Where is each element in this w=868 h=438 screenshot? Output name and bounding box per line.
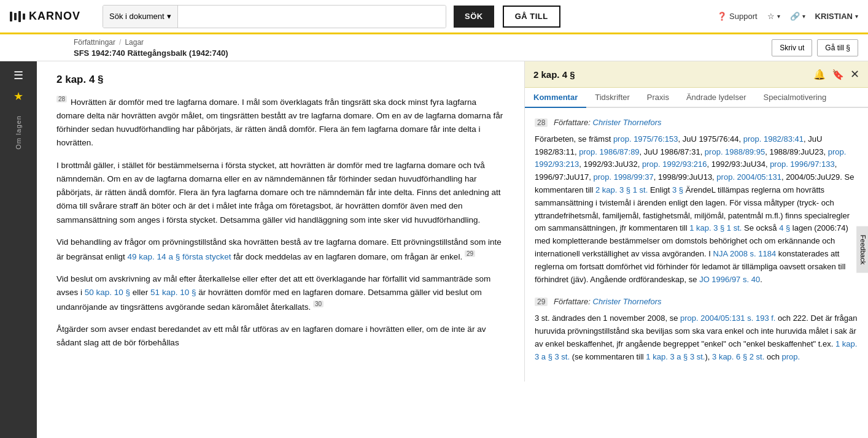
menu-icon[interactable]: ☰ (14, 69, 23, 82)
prop-1992b-link[interactable]: prop. 1992/93:216 (642, 159, 707, 169)
prop-ref-end[interactable]: prop. (782, 352, 800, 361)
para-label: 4 § (89, 74, 104, 85)
paragraph-3: Vid behandling av frågor om prövningstil… (56, 236, 505, 264)
nja-2008-link[interactable]: NJA 2008 s. 1184 (713, 249, 777, 258)
nav-right: ❓ Support ☆ ▾ 🔗 ▾ KRISTIAN ▾ (717, 12, 858, 21)
chevron-link-icon: ▾ (802, 13, 805, 20)
comment-29-text: 3 st. ändrades den 1 november 2008, se p… (535, 312, 858, 363)
ref-2kap3-link[interactable]: 2 kap. 3 § 1 st. (595, 185, 648, 194)
ref-4para-link[interactable]: 4 § (779, 223, 790, 232)
chevron-down-icon: ▾ (167, 12, 171, 21)
logo-bar-2 (14, 13, 17, 20)
sub-header-actions: Skriv ut Gå till § (772, 39, 858, 56)
jo-1996-link[interactable]: JO 1996/97 s. 40 (699, 275, 760, 284)
right-panel-title: 2 kap. 4 § (533, 69, 813, 80)
sok-button[interactable]: SÖK (454, 6, 494, 28)
sub-header: Författningar / Lagar SFS 1942:740 Rätte… (0, 34, 868, 61)
panel-tabs: Kommentar Tidskrifter Praxis Ändrade lyd… (525, 88, 868, 108)
ga-till-s-button[interactable]: Gå till § (817, 39, 858, 56)
breadcrumb-forfattningar[interactable]: Författningar (74, 38, 115, 47)
user-label: KRISTIAN (815, 12, 853, 21)
panel-content: 28 Författare: Christer Thornefors Förar… (525, 108, 868, 382)
ref-1kap3a2-link[interactable]: 1 kap. 3 a § 3 st. (646, 352, 705, 361)
sidebar-left: ☰ ★ Om lagen (0, 61, 37, 438)
prop-1982-link[interactable]: prop. 1982/83:41 (743, 134, 804, 144)
tab-andrade-lydelser[interactable]: Ändrade lydelser (678, 88, 755, 108)
star-icon[interactable]: ★ (14, 90, 23, 103)
content-area: 2 kap. 4 § 28 Hovrätten är domför med tr… (37, 61, 524, 438)
footnote-30-inline: 30 (313, 301, 324, 307)
breadcrumb-sep-1: / (119, 38, 121, 47)
top-nav: KARNOV Sök i dokument ▾ SÖK GÅ TILL ❓ Su… (0, 0, 868, 34)
law-text: 28 Hovrätten är domför med tre lagfarna … (56, 94, 505, 350)
sidebar-vertical-label: Om lagen (15, 115, 22, 150)
user-menu[interactable]: KRISTIAN ▾ (815, 12, 858, 21)
chevron-user-icon: ▾ (855, 13, 858, 20)
question-icon: ❓ (717, 12, 727, 21)
comment-29-header: 29 Författare: Christer Thornefors (535, 296, 858, 309)
prop-2004-link[interactable]: prop. 2004/05:131 (716, 172, 781, 182)
comment-28: 28 Författare: Christer Thornefors Förar… (535, 117, 858, 286)
support-label: Support (729, 12, 758, 21)
link-nav-link[interactable]: 🔗 ▾ (790, 12, 805, 21)
skriv-ut-button[interactable]: Skriv ut (772, 39, 812, 56)
footnote-28: 28 (56, 96, 67, 102)
star-nav-icon: ☆ (767, 12, 775, 21)
right-panel-wrapper: 2 kap. 4 § 🔔 🔖 ✕ Kommentar Tidskrifter P… (524, 61, 868, 438)
prop-1986-link[interactable]: prop. 1986/87:89 (579, 147, 639, 156)
author-28-link[interactable]: Christer Thornefors (593, 118, 662, 127)
paragraph-4: Vid beslut om avskrivning av mål efter å… (56, 272, 505, 314)
link-nav-icon: 🔗 (790, 12, 800, 21)
prop-1996-link[interactable]: prop. 1996/97:133 (770, 159, 835, 169)
tab-praxis[interactable]: Praxis (638, 88, 678, 108)
logo-bar-3 (18, 11, 21, 22)
search-dropdown[interactable]: Sök i dokument ▾ (103, 6, 178, 28)
tab-tidskrifter[interactable]: Tidskrifter (586, 88, 638, 108)
tab-kommentar[interactable]: Kommentar (525, 88, 586, 108)
logo-area: KARNOV (10, 10, 80, 23)
prop-1998-link[interactable]: prop. 1998/99:37 (593, 172, 653, 182)
tab-specialmotivering[interactable]: Specialmotivering (755, 88, 835, 108)
breadcrumb: Författningar / Lagar (74, 38, 228, 47)
comment-28-num: 28 (535, 118, 548, 127)
logo-bar-1 (10, 12, 12, 21)
ga-till-button[interactable]: GÅ TILL (503, 6, 560, 28)
logo-bar-4 (23, 13, 25, 20)
search-input[interactable] (178, 6, 446, 28)
comment-28-author: Författare: Christer Thornefors (554, 118, 662, 127)
feedback-tab[interactable]: Feedback (856, 226, 868, 273)
link-49-kap[interactable]: 49 kap. 14 a § första stycket (128, 252, 231, 261)
breadcrumb-lagar[interactable]: Lagar (125, 38, 144, 47)
link-50-kap[interactable]: 50 kap. 10 § (85, 288, 130, 297)
support-link[interactable]: ❓ Support (717, 12, 758, 21)
bookmark-panel-icon[interactable]: 🔖 (832, 69, 844, 80)
ref-1kap3-link[interactable]: 1 kap. 3 § 1 st. (689, 223, 742, 232)
bell-icon[interactable]: 🔔 (813, 69, 826, 80)
ref-3-link[interactable]: 3 § (672, 185, 683, 194)
author-29-link[interactable]: Christer Thornefors (593, 297, 662, 306)
right-panel-icons: 🔔 🔖 ✕ (813, 67, 859, 81)
bookmark-nav-link[interactable]: ☆ ▾ (767, 12, 780, 21)
paragraph-1: 28 Hovrätten är domför med tre lagfarna … (56, 94, 505, 150)
footnote-29-inline: 29 (465, 250, 475, 257)
section-title: 2 kap. 4 § (56, 74, 505, 86)
link-51-kap[interactable]: 51 kap. 10 § (150, 288, 196, 297)
ref-3kap6-link[interactable]: 3 kap. 6 § 2 st. (712, 352, 764, 361)
breadcrumb-section: Författningar / Lagar SFS 1942:740 Rätte… (74, 38, 228, 58)
comment-29-num: 29 (535, 298, 548, 306)
right-panel: 2 kap. 4 § 🔔 🔖 ✕ Kommentar Tidskrifter P… (524, 61, 868, 382)
paragraph-2: I brottmål gäller, i stället för bestämm… (56, 159, 505, 227)
right-panel-header: 2 kap. 4 § 🔔 🔖 ✕ (525, 61, 868, 88)
logo-bars-icon (10, 11, 25, 22)
prop-2004b-link[interactable]: prop. 2004/05:131 s. 193 f. (680, 313, 775, 323)
close-panel-button[interactable]: ✕ (850, 67, 859, 81)
main-layout: ☰ ★ Om lagen 2 kap. 4 § 28 Hovrätten är … (0, 61, 868, 438)
prop-1988-link[interactable]: prop. 1988/89:95 (705, 147, 765, 156)
doc-title: SFS 1942:740 Rättegångsbalk (1942:740) (74, 48, 228, 58)
prop-1975-link[interactable]: prop. 1975/76:153 (613, 134, 678, 144)
comment-28-text: Förarbeten, se främst prop. 1975/76:153,… (535, 133, 858, 286)
comment-28-header: 28 Författare: Christer Thornefors (535, 117, 858, 129)
logo-text: KARNOV (29, 10, 80, 23)
search-container: Sök i dokument ▾ (103, 5, 446, 28)
search-dropdown-label: Sök i dokument (109, 12, 165, 21)
